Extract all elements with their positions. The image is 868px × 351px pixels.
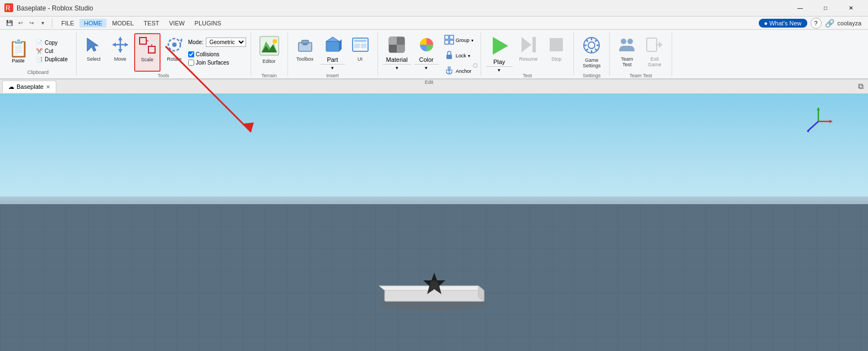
menu-item-plugins[interactable]: PLUGINS	[190, 19, 226, 28]
share-button[interactable]: 🔗	[825, 19, 834, 28]
mode-select[interactable]: Geometric Surface	[206, 38, 246, 47]
menu-item-test[interactable]: TEST	[139, 19, 163, 28]
svg-rect-28	[354, 44, 360, 48]
lock-button[interactable]: Lock ▾	[441, 49, 476, 63]
viewport[interactable]	[0, 94, 868, 351]
sky-background	[0, 94, 868, 210]
anchor-button[interactable]: Anchor	[441, 64, 476, 78]
toolbox-icon	[296, 36, 314, 55]
undo-quick-button[interactable]: ↩	[15, 18, 25, 28]
whats-new-button[interactable]: ● What's New	[759, 19, 807, 28]
terrain-content: Editor	[255, 33, 283, 72]
quick-access-toolbar: 💾 ↩ ↪ ▾	[4, 18, 47, 28]
redo-quick-button[interactable]: ↪	[26, 18, 36, 28]
game-settings-icon	[582, 36, 601, 56]
move-button[interactable]: Move	[108, 33, 133, 72]
paste-button[interactable]: 📋 Paste	[4, 33, 32, 68]
duplicate-button[interactable]: 📑 Duplicate	[34, 56, 70, 63]
terrain-group-label: Terrain	[262, 72, 277, 78]
menu-item-view[interactable]: VIEW	[164, 19, 189, 28]
play-button[interactable]: Play ▾	[486, 33, 513, 72]
group-button[interactable]: Group ▾	[441, 33, 476, 47]
svg-rect-60	[647, 38, 657, 51]
menu-item-file[interactable]: FILE	[57, 19, 78, 28]
rotate-label: Rotate	[167, 56, 182, 62]
material-label: Material	[386, 56, 408, 63]
rotate-button[interactable]: Rotate	[162, 33, 187, 72]
copy-button[interactable]: 📄 Copy	[34, 39, 70, 46]
stop-label: Stop	[551, 56, 562, 62]
insert-content: Toolbox Part ▾	[292, 33, 373, 72]
play-label: Play	[493, 59, 505, 65]
part-button[interactable]: Part ▾	[320, 33, 345, 72]
toolbox-button[interactable]: Toolbox	[292, 33, 318, 72]
app-icon: R	[4, 3, 13, 13]
tab-baseplate-icon: ☁	[8, 83, 14, 91]
join-surfaces-checkbox[interactable]	[188, 60, 194, 66]
color-dropdown[interactable]: ▾	[414, 64, 439, 71]
save-quick-button[interactable]: 💾	[4, 18, 14, 28]
toolbox-label: Toolbox	[296, 56, 313, 62]
restore-viewport-button[interactable]: ⧉	[858, 82, 864, 91]
play-dropdown[interactable]: ▾	[486, 66, 513, 73]
terrain-editor-button[interactable]: Editor	[255, 33, 283, 72]
insert-group-label: Insert	[326, 72, 339, 78]
group-label: Group	[456, 38, 470, 43]
cut-icon: ✂️	[36, 48, 42, 54]
edit-expand-button[interactable]: ⬡	[473, 62, 478, 68]
svg-point-59	[627, 39, 633, 44]
menu-item-home[interactable]: HOME	[79, 19, 106, 28]
team-test-label: Team Test	[621, 56, 633, 67]
anchor-icon	[444, 66, 454, 77]
team-test-group-label: Team Test	[630, 72, 652, 78]
tools-group-label: Tools	[158, 72, 169, 78]
collisions-checkbox[interactable]	[188, 51, 194, 57]
menu-bar: 💾 ↩ ↪ ▾ FILE HOME MODEL TEST VIEW PLUGIN…	[0, 17, 868, 30]
material-dropdown[interactable]: ▾	[383, 64, 411, 71]
maximize-button[interactable]: □	[813, 0, 838, 17]
svg-rect-31	[389, 37, 397, 45]
select-button[interactable]: Select	[81, 33, 106, 72]
svg-rect-37	[450, 35, 454, 39]
color-button[interactable]: Color ▾	[414, 33, 439, 72]
material-button[interactable]: Material ▾	[382, 33, 412, 72]
tab-baseplate[interactable]: ☁ Baseplate ✕	[2, 81, 56, 93]
close-button[interactable]: ✕	[838, 0, 864, 17]
collisions-checkbox-row[interactable]: Collisions	[188, 51, 246, 57]
svg-point-70	[430, 280, 439, 289]
join-surfaces-checkbox-row[interactable]: Join Surfaces	[188, 60, 246, 66]
material-icon-area: Material	[383, 34, 411, 64]
stop-button[interactable]: Stop	[544, 33, 569, 72]
team-test-button[interactable]: Team Test	[614, 33, 640, 72]
exit-game-button[interactable]: Exit Game	[642, 33, 667, 72]
help-button[interactable]: ?	[811, 18, 822, 29]
svg-rect-33	[397, 37, 404, 45]
cut-button[interactable]: ✂️ Cut	[34, 47, 70, 55]
baseplate-object	[374, 268, 495, 312]
part-dropdown[interactable]: ▾	[321, 64, 345, 71]
ui-button[interactable]: UI	[348, 33, 373, 72]
svg-text:R: R	[6, 4, 10, 12]
viewport-gizmo	[802, 105, 835, 138]
minimize-button[interactable]: —	[787, 0, 813, 17]
settings-content: Game Settings	[578, 33, 605, 72]
resume-label: Resume	[519, 56, 538, 62]
lock-label: Lock	[456, 53, 466, 59]
tools-checkboxes: Mode: Geometric Surface Collisions Join …	[188, 33, 246, 66]
tab-close-button[interactable]: ✕	[46, 84, 50, 90]
duplicate-label: Duplicate	[45, 56, 68, 62]
svg-point-49	[588, 42, 595, 49]
game-settings-button[interactable]: Game Settings	[578, 33, 605, 72]
svg-marker-15	[180, 38, 182, 42]
svg-marker-72	[829, 120, 832, 123]
edit-content: Material ▾ Color	[382, 33, 476, 78]
ribbon: 📋 Paste 📄 Copy ✂️ Cut 📑 Duplicate Clipbo…	[0, 30, 868, 79]
svg-rect-40	[446, 55, 452, 59]
tab-bar: ☁ Baseplate ✕ ⧉	[0, 79, 868, 94]
menu-item-model[interactable]: MODEL	[108, 19, 138, 28]
scale-button[interactable]: Scale	[134, 33, 161, 72]
header-right: ● What's New ? 🔗 coolayza	[759, 18, 866, 29]
options-quick-button[interactable]: ▾	[38, 18, 47, 28]
resume-button[interactable]: Resume	[515, 33, 542, 72]
svg-line-57	[586, 49, 588, 51]
